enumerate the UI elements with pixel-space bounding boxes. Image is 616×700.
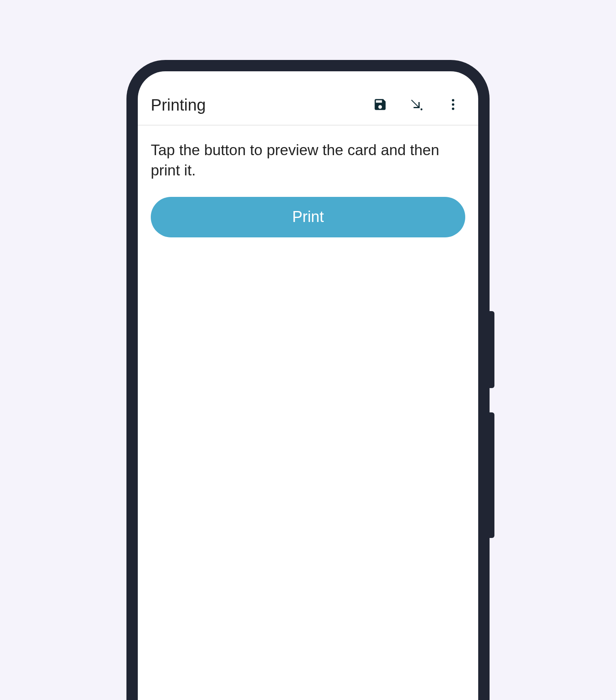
save-button[interactable]	[371, 96, 389, 114]
app-bar-actions	[371, 96, 465, 114]
phone-screen: Printing	[138, 71, 478, 700]
svg-point-0	[421, 109, 423, 111]
more-menu-button[interactable]	[444, 96, 462, 114]
download-arrow-icon	[409, 97, 424, 113]
save-icon	[373, 97, 387, 113]
app-bar: Printing	[138, 71, 478, 126]
content-area: Tap the button to preview the card and t…	[138, 126, 478, 237]
phone-side-button-2	[490, 412, 494, 538]
app-title: Printing	[151, 96, 371, 114]
svg-point-3	[452, 108, 454, 110]
download-button[interactable]	[408, 96, 426, 114]
svg-point-2	[452, 103, 454, 106]
phone-side-button-1	[490, 311, 494, 388]
print-button[interactable]: Print	[151, 197, 465, 237]
svg-point-1	[452, 99, 454, 102]
more-vert-icon	[446, 97, 460, 113]
instruction-text: Tap the button to preview the card and t…	[151, 140, 465, 181]
phone-frame: Printing	[126, 60, 490, 700]
